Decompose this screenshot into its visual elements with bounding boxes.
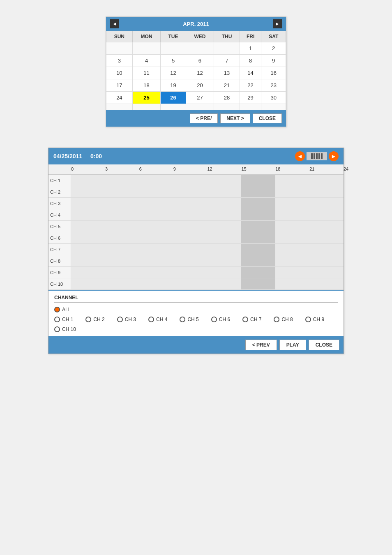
epg-radio-dot — [54, 307, 60, 312]
calendar-day-30[interactable]: 30 — [261, 92, 286, 104]
epg-highlight — [241, 255, 275, 266]
epg-radio-dot — [242, 317, 248, 322]
epg-timeline: 03691215182124 — [71, 164, 344, 174]
epg-ch-label-ch2: CH 2 — [48, 186, 71, 197]
calendar-day-29[interactable]: 29 — [240, 92, 261, 104]
epg-ch-bar-area — [71, 198, 344, 209]
epg-ch-bar-area — [71, 232, 344, 243]
epg-ch-bar-area — [71, 278, 344, 289]
calendar-day-18[interactable]: 18 — [132, 79, 161, 92]
calendar-day-22[interactable]: 22 — [240, 79, 261, 92]
calendar-next-button[interactable]: ► — [273, 19, 282, 28]
calendar-dow-wed: WED — [186, 31, 214, 42]
epg-channel-header — [48, 164, 71, 174]
epg-timeline-mark-24: 24 — [344, 166, 348, 171]
calendar-next-btn[interactable]: NEXT > — [220, 113, 250, 123]
epg-radio-dot — [54, 326, 60, 332]
epg-ch-row[interactable]: CH 2 — [48, 186, 344, 198]
epg-radio-ch4[interactable]: CH 4 — [148, 317, 167, 322]
epg-radio-label: CH 7 — [250, 317, 261, 322]
calendar-day-14[interactable]: 14 — [240, 67, 261, 79]
calendar-dow-mon: MON — [132, 31, 161, 42]
calendar-dow-tue: TUE — [161, 31, 186, 42]
calendar-day-12[interactable]: 12 — [161, 67, 186, 79]
epg-ch-row[interactable]: CH 8 — [48, 255, 344, 267]
epg-timeline-mark-0: 0 — [71, 166, 74, 171]
epg-radio-ch3[interactable]: CH 3 — [117, 317, 136, 322]
epg-controls: ◄ ► — [295, 151, 339, 161]
calendar-day-20[interactable]: 20 — [186, 79, 214, 92]
calendar-day-9[interactable]: 9 — [261, 55, 286, 67]
calendar-day-26[interactable]: 26 — [161, 92, 186, 104]
epg-ch-label-ch4: CH 4 — [48, 209, 71, 220]
epg-radio-ch1[interactable]: CH 1 — [54, 317, 73, 322]
calendar-day-2[interactable]: 2 — [261, 42, 286, 55]
epg-radio-group: ALLCH 1CH 2CH 3CH 4CH 5CH 6CH 7CH 8CH 9C… — [54, 307, 338, 332]
calendar-pre-button[interactable]: < PRE/ — [190, 113, 218, 123]
epg-ch-label-ch9: CH 9 — [48, 267, 71, 278]
epg-radio-dot — [117, 317, 123, 322]
epg-ch-bar-area — [71, 267, 344, 278]
calendar-day-6[interactable]: 6 — [186, 55, 214, 67]
epg-radio-ch7[interactable]: CH 7 — [242, 317, 261, 322]
epg-ch-row[interactable]: CH 1 — [48, 175, 344, 186]
epg-radio-dot — [211, 317, 217, 322]
epg-ch-row[interactable]: CH 7 — [48, 244, 344, 255]
epg-prev-button[interactable]: ◄ — [295, 151, 305, 161]
epg-ch-row[interactable]: CH 3 — [48, 198, 344, 209]
epg-ch-row[interactable]: CH 6 — [48, 232, 344, 244]
epg-highlight — [241, 232, 275, 243]
epg-radio-dot — [54, 317, 60, 322]
calendar-day-10[interactable]: 10 — [106, 67, 133, 79]
calendar-day-3[interactable]: 3 — [106, 55, 133, 67]
calendar-footer: < PRE/ NEXT > CLOSE — [106, 110, 286, 127]
calendar-day-17[interactable]: 17 — [106, 79, 133, 92]
epg-play-btn[interactable]: PLAY — [279, 340, 306, 350]
epg-ch-row[interactable]: CH 9 — [48, 267, 344, 278]
epg-radio-label: CH 10 — [62, 326, 76, 332]
epg-radio-ch6[interactable]: CH 6 — [211, 317, 230, 322]
calendar-day-16[interactable]: 16 — [261, 67, 286, 79]
calendar-day-5[interactable]: 5 — [161, 55, 186, 67]
epg-radio-label: ALL — [62, 307, 71, 312]
epg-radio-all[interactable]: ALL — [54, 307, 338, 312]
epg-close-btn[interactable]: CLOSE — [309, 340, 339, 350]
calendar-day-13[interactable]: 13 — [214, 67, 240, 79]
calendar-day-19[interactable]: 19 — [161, 79, 186, 92]
calendar-day-7[interactable]: 7 — [214, 55, 240, 67]
epg-radio-ch2[interactable]: CH 2 — [85, 317, 104, 322]
epg-timeline-mark-9: 9 — [173, 166, 176, 171]
epg-ch-row[interactable]: CH 4 — [48, 209, 344, 221]
calendar-grid: SUNMONTUEWEDTHUFRISAT 123456789101112121… — [106, 31, 286, 110]
calendar-day-11[interactable]: 11 — [132, 67, 161, 79]
calendar-widget: ◄ APR. 2011 ► SUNMONTUEWEDTHUFRISAT 1234… — [106, 16, 286, 127]
calendar-day-27[interactable]: 27 — [186, 92, 214, 104]
epg-radio-ch8[interactable]: CH 8 — [274, 317, 293, 322]
calendar-day-8[interactable]: 8 — [240, 55, 261, 67]
calendar-close-button[interactable]: CLOSE — [253, 113, 282, 123]
calendar-day-28[interactable]: 28 — [214, 92, 240, 104]
calendar-day-4[interactable]: 4 — [132, 55, 161, 67]
epg-bar-2 — [314, 153, 315, 159]
epg-radio-ch10[interactable]: CH 10 — [54, 326, 76, 332]
epg-radio-ch9[interactable]: CH 9 — [305, 317, 324, 322]
calendar-dow-sun: SUN — [106, 31, 133, 42]
epg-prev-btn[interactable]: < PREV — [245, 340, 277, 350]
epg-next-button[interactable]: ► — [329, 151, 339, 161]
calendar-day-12[interactable]: 12 — [186, 67, 214, 79]
calendar-day-25[interactable]: 25 — [132, 92, 161, 104]
epg-radio-dot — [305, 317, 311, 322]
epg-channel-selector: CHANNEL ALLCH 1CH 2CH 3CH 4CH 5CH 6CH 7C… — [48, 290, 344, 336]
epg-ch-row[interactable]: CH 10 — [48, 278, 344, 290]
calendar-day-24[interactable]: 24 — [106, 92, 133, 104]
calendar-prev-button[interactable]: ◄ — [110, 19, 119, 28]
epg-ch-bar-area — [71, 244, 344, 255]
calendar-day-23[interactable]: 23 — [261, 79, 286, 92]
epg-ch-row[interactable]: CH 5 — [48, 221, 344, 232]
epg-timeline-mark-12: 12 — [208, 166, 212, 171]
epg-radio-ch5[interactable]: CH 5 — [180, 317, 198, 322]
calendar-day-1[interactable]: 1 — [240, 42, 261, 55]
calendar-day-21[interactable]: 21 — [214, 79, 240, 92]
epg-footer: < PREV PLAY CLOSE — [48, 336, 344, 354]
epg-radio-label: CH 4 — [156, 317, 167, 322]
